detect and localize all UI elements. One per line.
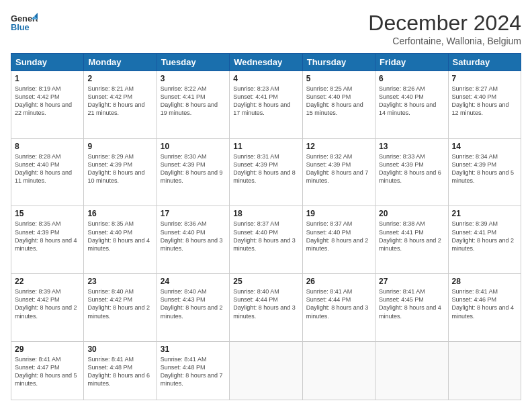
day-info: Sunrise: 8:26 AMSunset: 4:40 PMDaylight:… [379, 85, 436, 116]
svg-text:Blue: Blue [11, 22, 30, 32]
header: General Blue December 2024 Cerfontaine, … [11, 11, 521, 46]
col-tuesday: Tuesday [157, 54, 229, 71]
table-row: 11 Sunrise: 8:31 AMSunset: 4:39 PMDaylig… [230, 138, 302, 206]
table-row [375, 341, 448, 400]
day-info: Sunrise: 8:41 AMSunset: 4:47 PMDaylight:… [15, 356, 77, 387]
day-info: Sunrise: 8:38 AMSunset: 4:41 PMDaylight:… [379, 220, 441, 251]
day-number: 22 [15, 277, 80, 286]
calendar-table: Sunday Monday Tuesday Wednesday Thursday… [11, 53, 521, 400]
logo: General Blue [11, 11, 38, 34]
day-info: Sunrise: 8:29 AMSunset: 4:39 PMDaylight:… [87, 153, 144, 184]
day-number: 16 [87, 209, 152, 218]
table-row: 15 Sunrise: 8:35 AMSunset: 4:39 PMDaylig… [11, 206, 84, 274]
day-number: 27 [379, 277, 444, 286]
day-info: Sunrise: 8:41 AMSunset: 4:48 PMDaylight:… [87, 356, 150, 387]
day-number: 31 [161, 345, 226, 354]
day-info: Sunrise: 8:35 AMSunset: 4:39 PMDaylight:… [15, 220, 77, 251]
table-row: 29 Sunrise: 8:41 AMSunset: 4:47 PMDaylig… [11, 341, 84, 400]
logo-icon: General Blue [11, 11, 38, 34]
table-row: 5 Sunrise: 8:25 AMSunset: 4:40 PMDayligh… [302, 71, 375, 139]
day-info: Sunrise: 8:40 AMSunset: 4:43 PMDaylight:… [161, 288, 223, 319]
day-number: 17 [161, 209, 226, 218]
day-info: Sunrise: 8:40 AMSunset: 4:42 PMDaylight:… [87, 288, 150, 319]
table-row: 9 Sunrise: 8:29 AMSunset: 4:39 PMDayligh… [84, 138, 157, 206]
table-row: 28 Sunrise: 8:41 AMSunset: 4:46 PMDaylig… [448, 274, 521, 342]
col-thursday: Thursday [302, 54, 375, 71]
table-row: 23 Sunrise: 8:40 AMSunset: 4:42 PMDaylig… [84, 274, 157, 342]
table-row [302, 341, 375, 400]
day-number: 6 [379, 74, 444, 83]
day-info: Sunrise: 8:36 AMSunset: 4:40 PMDaylight:… [161, 220, 223, 251]
table-row: 4 Sunrise: 8:23 AMSunset: 4:41 PMDayligh… [230, 71, 302, 139]
day-number: 20 [379, 209, 444, 218]
day-number: 24 [161, 277, 226, 286]
table-row: 14 Sunrise: 8:34 AMSunset: 4:39 PMDaylig… [448, 138, 521, 206]
day-info: Sunrise: 8:30 AMSunset: 4:39 PMDaylight:… [161, 153, 223, 184]
table-row [230, 341, 302, 400]
table-row: 27 Sunrise: 8:41 AMSunset: 4:45 PMDaylig… [375, 274, 448, 342]
table-row: 12 Sunrise: 8:32 AMSunset: 4:39 PMDaylig… [302, 138, 375, 206]
table-row: 17 Sunrise: 8:36 AMSunset: 4:40 PMDaylig… [157, 206, 229, 274]
day-number: 2 [87, 74, 152, 83]
day-number: 29 [15, 345, 80, 354]
day-info: Sunrise: 8:41 AMSunset: 4:45 PMDaylight:… [379, 288, 441, 319]
day-info: Sunrise: 8:33 AMSunset: 4:39 PMDaylight:… [379, 153, 441, 184]
day-info: Sunrise: 8:19 AMSunset: 4:42 PMDaylight:… [15, 85, 72, 116]
col-saturday: Saturday [448, 54, 521, 71]
day-number: 21 [452, 209, 517, 218]
day-info: Sunrise: 8:31 AMSunset: 4:39 PMDaylight:… [233, 153, 296, 184]
day-info: Sunrise: 8:37 AMSunset: 4:40 PMDaylight:… [233, 220, 296, 251]
day-number: 13 [379, 142, 444, 151]
table-row: 25 Sunrise: 8:40 AMSunset: 4:44 PMDaylig… [230, 274, 302, 342]
day-number: 9 [87, 142, 152, 151]
day-number: 19 [306, 209, 371, 218]
table-row [448, 341, 521, 400]
day-number: 5 [306, 74, 371, 83]
page: General Blue December 2024 Cerfontaine, … [0, 0, 532, 411]
day-number: 15 [15, 209, 80, 218]
day-info: Sunrise: 8:41 AMSunset: 4:44 PMDaylight:… [306, 288, 369, 319]
table-row: 2 Sunrise: 8:21 AMSunset: 4:42 PMDayligh… [84, 71, 157, 139]
day-number: 26 [306, 277, 371, 286]
day-info: Sunrise: 8:27 AMSunset: 4:40 PMDaylight:… [452, 85, 509, 116]
table-row: 8 Sunrise: 8:28 AMSunset: 4:40 PMDayligh… [11, 138, 84, 206]
title-block: December 2024 Cerfontaine, Wallonia, Bel… [368, 11, 521, 46]
day-info: Sunrise: 8:25 AMSunset: 4:40 PMDaylight:… [306, 85, 363, 116]
day-info: Sunrise: 8:39 AMSunset: 4:42 PMDaylight:… [15, 288, 77, 319]
subtitle: Cerfontaine, Wallonia, Belgium [368, 36, 521, 46]
day-number: 23 [87, 277, 152, 286]
day-number: 8 [15, 142, 80, 151]
table-row: 18 Sunrise: 8:37 AMSunset: 4:40 PMDaylig… [230, 206, 302, 274]
day-info: Sunrise: 8:28 AMSunset: 4:40 PMDaylight:… [15, 153, 72, 184]
day-number: 1 [15, 74, 80, 83]
table-row: 30 Sunrise: 8:41 AMSunset: 4:48 PMDaylig… [84, 341, 157, 400]
day-number: 10 [161, 142, 226, 151]
table-row: 1 Sunrise: 8:19 AMSunset: 4:42 PMDayligh… [11, 71, 84, 139]
table-row: 3 Sunrise: 8:22 AMSunset: 4:41 PMDayligh… [157, 71, 229, 139]
day-info: Sunrise: 8:40 AMSunset: 4:44 PMDaylight:… [233, 288, 296, 319]
table-row: 16 Sunrise: 8:35 AMSunset: 4:40 PMDaylig… [84, 206, 157, 274]
day-info: Sunrise: 8:22 AMSunset: 4:41 PMDaylight:… [161, 85, 218, 116]
day-info: Sunrise: 8:37 AMSunset: 4:40 PMDaylight:… [306, 220, 369, 251]
table-row: 19 Sunrise: 8:37 AMSunset: 4:40 PMDaylig… [302, 206, 375, 274]
calendar-header-row: Sunday Monday Tuesday Wednesday Thursday… [11, 54, 521, 71]
day-number: 25 [233, 277, 298, 286]
table-row: 7 Sunrise: 8:27 AMSunset: 4:40 PMDayligh… [448, 71, 521, 139]
col-sunday: Sunday [11, 54, 84, 71]
day-info: Sunrise: 8:32 AMSunset: 4:39 PMDaylight:… [306, 153, 369, 184]
day-info: Sunrise: 8:39 AMSunset: 4:41 PMDaylight:… [452, 220, 515, 251]
table-row: 21 Sunrise: 8:39 AMSunset: 4:41 PMDaylig… [448, 206, 521, 274]
col-monday: Monday [84, 54, 157, 71]
day-number: 4 [233, 74, 298, 83]
table-row: 24 Sunrise: 8:40 AMSunset: 4:43 PMDaylig… [157, 274, 229, 342]
table-row: 31 Sunrise: 8:41 AMSunset: 4:48 PMDaylig… [157, 341, 229, 400]
day-number: 18 [233, 209, 298, 218]
day-info: Sunrise: 8:35 AMSunset: 4:40 PMDaylight:… [87, 220, 150, 251]
table-row: 10 Sunrise: 8:30 AMSunset: 4:39 PMDaylig… [157, 138, 229, 206]
day-number: 3 [161, 74, 226, 83]
table-row: 13 Sunrise: 8:33 AMSunset: 4:39 PMDaylig… [375, 138, 448, 206]
month-title: December 2024 [368, 11, 521, 36]
day-number: 11 [233, 142, 298, 151]
day-info: Sunrise: 8:34 AMSunset: 4:39 PMDaylight:… [452, 153, 515, 184]
table-row: 6 Sunrise: 8:26 AMSunset: 4:40 PMDayligh… [375, 71, 448, 139]
